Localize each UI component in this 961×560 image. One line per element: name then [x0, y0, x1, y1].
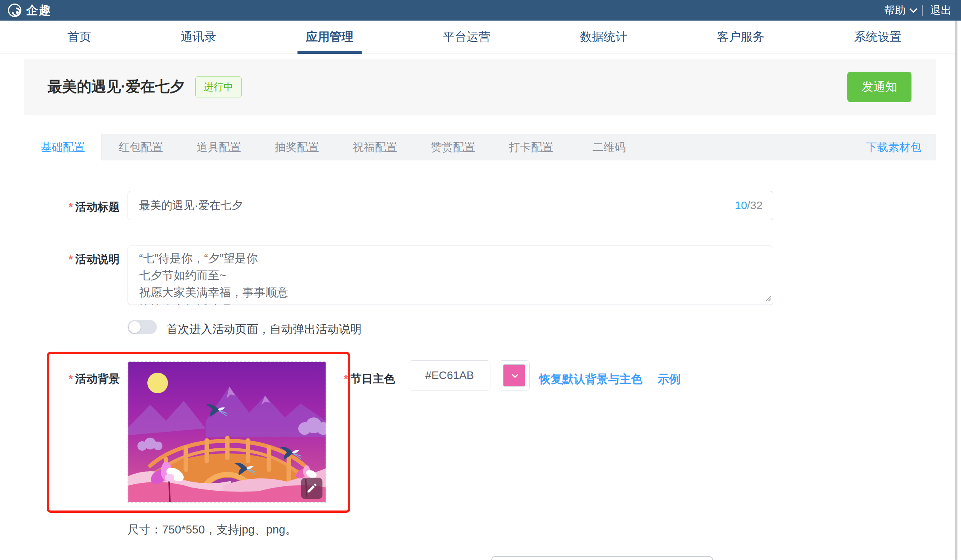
nav-item-customer-service[interactable]: 客户服务 [717, 21, 765, 54]
chevron-down-icon [910, 5, 917, 13]
nav-item-contacts[interactable]: 通讯录 [181, 21, 216, 54]
nav-item-system-settings[interactable]: 系统设置 [854, 21, 902, 54]
auto-popup-label: 首次进入活动页面，自动弹出活动说明 [166, 322, 362, 337]
char-counter: 10/32 [735, 199, 763, 212]
next-field-partial[interactable] [491, 556, 713, 560]
nav-item-platform-ops[interactable]: 平台运营 [443, 21, 490, 54]
size-hint: 尺寸：750*550，支持jpg、png。 [128, 522, 297, 538]
nav-item-app-management[interactable]: 应用管理 [306, 21, 353, 54]
required-asterisk: * [69, 201, 73, 213]
tab-redpacket-config[interactable]: 红包配置 [102, 134, 180, 160]
page-title: 最美的遇见·爱在七夕 [48, 77, 184, 97]
tab-lottery-config[interactable]: 抽奖配置 [258, 134, 336, 160]
required-asterisk: * [69, 253, 73, 265]
theme-color-field [409, 360, 490, 390]
activity-title-input[interactable] [128, 199, 735, 212]
tab-prop-config[interactable]: 道具配置 [180, 134, 258, 160]
brand-name: 企趣 [26, 2, 51, 19]
top-bar: 企趣 帮助 退出 [0, 0, 961, 21]
main-nav: 首页 通讯录 应用管理 平台运营 数据统计 客户服务 系统设置 [0, 21, 961, 54]
help-label: 帮助 [884, 3, 906, 17]
pencil-icon [306, 483, 317, 494]
nav-item-home[interactable]: 首页 [67, 21, 91, 54]
toggle-knob [129, 321, 141, 333]
activity-title-label: *活动标题 [0, 200, 120, 215]
activity-background-image[interactable] [128, 361, 326, 503]
tab-blessing-config[interactable]: 祝福配置 [336, 134, 414, 160]
theme-color-input[interactable] [409, 369, 490, 382]
topbar-divider [922, 5, 923, 16]
resize-handle-icon[interactable] [765, 295, 771, 303]
download-assets-link[interactable]: 下载素材包 [866, 140, 921, 155]
scrollbar-thumb[interactable] [955, 21, 957, 560]
activity-bg-label: *活动背景 [0, 371, 120, 387]
send-notification-button[interactable]: 发通知 [847, 72, 911, 102]
tab-qrcode[interactable]: 二维码 [570, 134, 648, 160]
chevron-down-icon [512, 371, 519, 378]
tab-basic-config[interactable]: 基础配置 [24, 134, 102, 160]
config-tabs: 基础配置 红包配置 道具配置 抽奖配置 祝福配置 赞赏配置 打卡配置 二维码 下… [24, 134, 936, 160]
color-swatch [503, 364, 525, 387]
logout-button[interactable]: 退出 [930, 3, 951, 17]
help-menu[interactable]: 帮助 [884, 3, 915, 17]
activity-header: 最美的遇见·爱在七夕 进行中 发通知 [24, 59, 936, 115]
edit-background-button[interactable] [301, 478, 322, 499]
nav-item-data-stats[interactable]: 数据统计 [580, 21, 627, 54]
status-badge: 进行中 [195, 76, 242, 97]
tab-reward-config[interactable]: 赞赏配置 [414, 134, 492, 160]
auto-popup-toggle[interactable] [128, 320, 157, 334]
qiqu-logo-icon [8, 4, 21, 17]
required-asterisk: * [344, 373, 348, 385]
activity-title-field: 10/32 [128, 191, 773, 220]
activity-desc-field: “七”待是你，“夕”望是你 七夕节如约而至~ 祝愿大家美满幸福，事事顺意 快快来… [128, 246, 773, 305]
brand-logo[interactable]: 企趣 [8, 2, 51, 19]
restore-default-link[interactable]: 恢复默认背景与主色 [539, 371, 643, 387]
activity-desc-textarea[interactable]: “七”待是你，“夕”望是你 七夕节如约而至~ 祝愿大家美满幸福，事事顺意 快快来… [128, 246, 773, 305]
color-picker-button[interactable] [499, 360, 530, 390]
example-link[interactable]: 示例 [658, 371, 681, 387]
tab-checkin-config[interactable]: 打卡配置 [492, 134, 570, 160]
activity-desc-label: *活动说明 [0, 252, 120, 267]
scrollbar[interactable] [954, 21, 961, 560]
required-asterisk: * [69, 373, 73, 385]
theme-color-label: *节日主色 [344, 371, 395, 387]
